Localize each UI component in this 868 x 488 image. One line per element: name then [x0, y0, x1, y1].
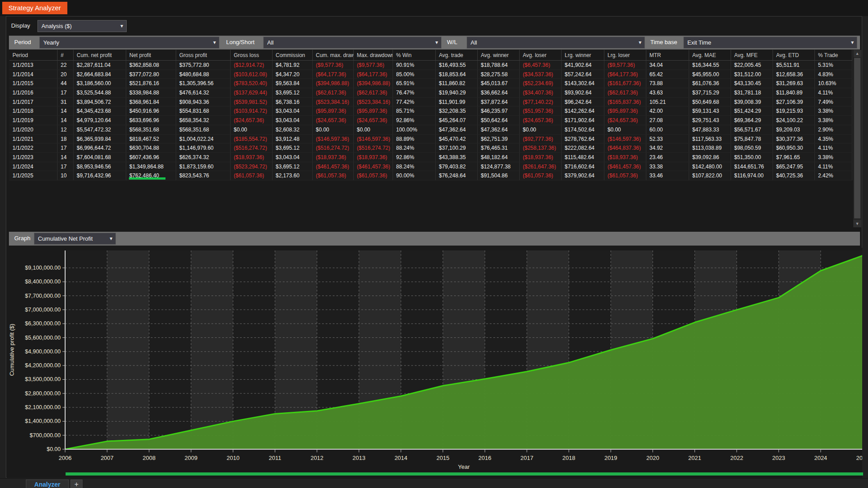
- cell: ($64,177.36): [354, 70, 393, 79]
- cell: $51,424.29: [731, 107, 773, 115]
- cell: $37,872.64: [478, 98, 520, 107]
- cell: ($161,677.36): [604, 79, 646, 88]
- column-header[interactable]: Max. drawdown: [354, 50, 393, 60]
- table-row[interactable]: 1/1/201731$3,894,506.72$368,961.84$908,9…: [9, 98, 852, 107]
- cell: $41,902.64: [562, 61, 604, 70]
- column-header[interactable]: Period: [9, 50, 58, 60]
- column-header[interactable]: MTR: [646, 50, 689, 60]
- page-title: Strategy Analyzer: [8, 4, 61, 12]
- chart-horizontal-scrollbar[interactable]: [66, 472, 863, 476]
- graph-type-dropdown[interactable]: Cumulative Net Profit ▾: [34, 233, 116, 245]
- table-vertical-scrollbar[interactable]: ▲ ▼: [853, 50, 861, 227]
- cell: $16,493.55: [436, 61, 478, 70]
- cell: 88.24%: [393, 162, 436, 171]
- cell: $65,247.95: [773, 162, 815, 171]
- table-row[interactable]: 1/1/202417$8,953,946.56$1,349,864.88$1,8…: [9, 162, 852, 172]
- cell: $3,695.12: [273, 144, 313, 152]
- table-row[interactable]: 1/1/201617$3,525,544.88$338,984.88$476,6…: [9, 88, 852, 98]
- cell: 1/1/2017: [9, 98, 58, 107]
- svg-text:2021: 2021: [688, 455, 701, 461]
- column-header[interactable]: Cum. max. drawdown: [313, 50, 354, 60]
- column-header[interactable]: Avg. ETD: [773, 50, 815, 60]
- cell: $142,262.64: [562, 107, 604, 115]
- cell: ($52,234.69): [520, 79, 562, 88]
- cell: $2,287,611.04: [74, 61, 126, 70]
- column-header[interactable]: Gross profit: [176, 50, 231, 60]
- cell: $19,940.29: [436, 88, 478, 97]
- column-header[interactable]: Lrg. loser: [604, 50, 646, 60]
- cell: $18,853.64: [436, 70, 478, 79]
- chevron-down-icon: ▾: [851, 37, 854, 48]
- column-header[interactable]: Commission: [273, 50, 313, 60]
- cell: $75,847.78: [731, 135, 773, 144]
- column-header[interactable]: Lrg. winner: [562, 50, 604, 60]
- cell: $29,751.43: [689, 116, 731, 125]
- svg-text:2007: 2007: [101, 455, 114, 461]
- cell: 33.46: [646, 171, 689, 180]
- cell: $16,344.55: [689, 61, 731, 70]
- long-short-dropdown[interactable]: All ▾: [263, 37, 442, 49]
- time-base-label: Time base: [650, 39, 677, 45]
- column-header[interactable]: Gross loss: [231, 50, 273, 60]
- column-header[interactable]: Avg. MAE: [689, 50, 731, 60]
- cell: 2.90%: [815, 125, 852, 134]
- column-header[interactable]: Avg. MFE: [731, 50, 773, 60]
- cell: 1/1/2014: [9, 70, 58, 79]
- cell: ($61,057.36): [520, 171, 562, 180]
- cell: ($18,937.36): [231, 153, 273, 162]
- column-header[interactable]: % Trade: [815, 50, 852, 60]
- column-header[interactable]: #: [58, 50, 74, 60]
- time-base-dropdown[interactable]: Exit Time ▾: [683, 37, 857, 49]
- cell: $278,762.64: [562, 135, 604, 144]
- table-row[interactable]: 1/1/202012$5,547,472.32$568,351.68$568,3…: [9, 125, 852, 135]
- cell: ($61,057.36): [604, 171, 646, 180]
- svg-text:$0.00: $0.00: [47, 446, 61, 452]
- window-title-tab[interactable]: Strategy Analyzer: [2, 2, 67, 14]
- cell: $47,883.33: [689, 125, 731, 134]
- cell: $61,076.36: [689, 79, 731, 88]
- scrollbar-thumb[interactable]: [854, 58, 860, 218]
- table-row[interactable]: 1/1/201814$4,345,423.68$450,916.96$554,8…: [9, 107, 852, 116]
- cell: 18: [58, 135, 74, 144]
- long-short-label: Long/Short: [226, 39, 255, 45]
- table-row[interactable]: 1/1/201420$2,664,683.84$377,072.80$480,6…: [9, 70, 852, 79]
- cell: 1/1/2019: [9, 116, 58, 125]
- cell: $1,146,979.60: [176, 144, 231, 152]
- cell: 1/1/2013: [9, 61, 58, 70]
- cell: $48,182.64: [478, 153, 520, 162]
- analysis-table: Period#Cum. net profitNet profitGross pr…: [9, 50, 852, 180]
- column-header[interactable]: Net profit: [126, 50, 176, 60]
- cell: $3,186,560.00: [74, 79, 126, 88]
- table-row[interactable]: 1/1/201322$2,287,611.04$362,858.08$375,7…: [9, 61, 852, 70]
- cell: $37,715.29: [689, 88, 731, 97]
- cell: $30,377.36: [773, 135, 815, 144]
- scroll-down-icon[interactable]: ▼: [853, 220, 861, 227]
- tab-analyzer[interactable]: Analyzer: [26, 480, 69, 488]
- cell: ($95,897.36): [604, 107, 646, 115]
- column-header[interactable]: Cum. net profit: [74, 50, 126, 60]
- cell: $3,525,544.88: [74, 88, 126, 97]
- column-header[interactable]: Avg. trade: [436, 50, 478, 60]
- column-header[interactable]: Avg. loser: [520, 50, 562, 60]
- cell: 5.31%: [815, 61, 852, 70]
- add-tab-button[interactable]: +: [70, 480, 83, 488]
- svg-text:2006: 2006: [59, 455, 72, 461]
- svg-text:$8,400,000.00: $8,400,000.00: [25, 279, 61, 285]
- column-header[interactable]: % Win: [393, 50, 436, 60]
- cell: 34.04: [646, 61, 689, 70]
- period-dropdown[interactable]: Yearly ▾: [39, 37, 219, 49]
- display-dropdown[interactable]: Analysis ($) ▾: [37, 20, 127, 32]
- table-row[interactable]: 1/1/202314$7,604,081.68$607,436.96$626,3…: [9, 153, 852, 162]
- cell: 14: [58, 153, 74, 162]
- wl-dropdown[interactable]: All ▾: [467, 37, 645, 49]
- cell: $7,961.65: [773, 153, 815, 162]
- table-row[interactable]: 1/1/202217$6,996,644.72$630,704.88$1,146…: [9, 144, 852, 153]
- table-row[interactable]: 1/1/201544$3,186,560.00$521,876.16$1,305…: [9, 79, 852, 88]
- cell: $818,467.52: [126, 135, 176, 144]
- table-row[interactable]: 1/1/202510$9,716,432.96$762,486.40$823,5…: [9, 171, 852, 180]
- table-row[interactable]: 1/1/202118$6,365,939.84$818,467.52$1,004…: [9, 135, 852, 144]
- table-row[interactable]: 1/1/201914$4,979,120.64$633,696.96$658,3…: [9, 116, 852, 125]
- scroll-up-icon[interactable]: ▲: [853, 50, 861, 57]
- cell: 14: [58, 116, 74, 125]
- column-header[interactable]: Avg. winner: [478, 50, 520, 60]
